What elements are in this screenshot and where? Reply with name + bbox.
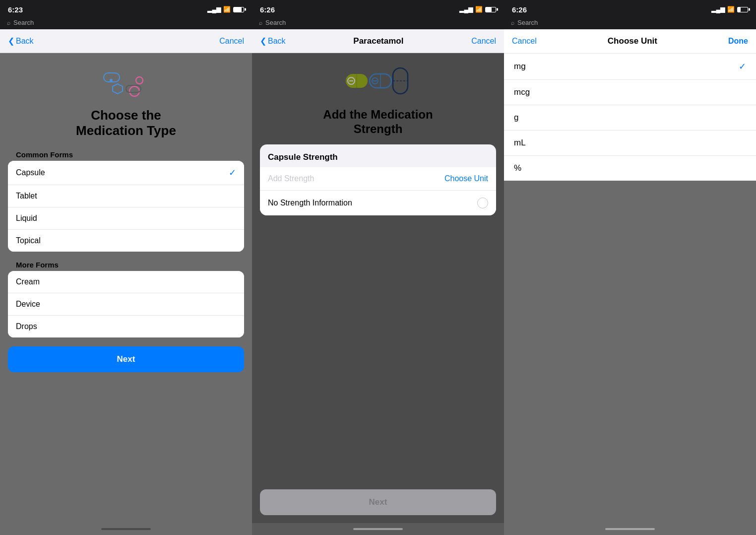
search-icon-1: ⌕ bbox=[7, 19, 10, 26]
picker-option-g[interactable]: g bbox=[504, 105, 756, 131]
battery-icon-3 bbox=[737, 7, 748, 12]
cream-label: Cream bbox=[16, 277, 40, 286]
svg-point-5 bbox=[110, 79, 113, 82]
medication-svg bbox=[99, 66, 153, 100]
no-strength-row[interactable]: No Strength Information bbox=[260, 191, 496, 215]
picker-option-mcg[interactable]: mcg bbox=[504, 80, 756, 105]
more-forms-header: More Forms bbox=[8, 257, 244, 271]
topical-label: Topical bbox=[16, 236, 41, 245]
phone-2: 6:26 ▂▄▆ 📶 ⌕ Search ❮ Back Paracetamol C… bbox=[252, 0, 504, 535]
list-item-cream[interactable]: Cream bbox=[8, 271, 244, 293]
status-icons-3: ▂▄▆ 📶 bbox=[711, 6, 748, 13]
strength-placeholder: Add Strength bbox=[268, 174, 314, 183]
back-label-1: Back bbox=[16, 37, 34, 46]
phone2-body: Add the Medication Strength Capsule Stre… bbox=[252, 53, 504, 523]
home-bar-3 bbox=[605, 528, 655, 530]
device-label: Device bbox=[16, 300, 40, 309]
list-item-liquid[interactable]: Liquid bbox=[8, 207, 244, 230]
medication-type-illustration bbox=[96, 63, 156, 103]
choose-unit-button[interactable]: Choose Unit bbox=[444, 174, 488, 183]
cancel-button-1[interactable]: Cancel bbox=[219, 37, 244, 46]
strength-input-row[interactable]: Add Strength Choose Unit bbox=[260, 167, 496, 191]
time-3: 6:26 bbox=[512, 5, 527, 14]
picker-option-ml[interactable]: mL bbox=[504, 131, 756, 156]
wifi-icon-2: 📶 bbox=[475, 6, 483, 13]
dim-overlay bbox=[252, 53, 504, 523]
home-indicator-3 bbox=[504, 523, 756, 535]
cancel-button-2[interactable]: Cancel bbox=[471, 37, 496, 46]
search-bar-3: ⌕ Search bbox=[504, 18, 756, 29]
page-title-line2: Medication Type bbox=[76, 123, 176, 138]
back-button-2[interactable]: ❮ Back bbox=[260, 36, 286, 46]
status-bar-2: 6:26 ▂▄▆ 📶 bbox=[252, 0, 504, 18]
phone-3: 6:26 ▂▄▆ 📶 ⌕ Search Cancel Choose Unit D… bbox=[504, 0, 756, 535]
home-indicator-1 bbox=[0, 523, 252, 535]
mg-checkmark: ✓ bbox=[739, 61, 746, 72]
time-2: 6:26 bbox=[260, 5, 275, 14]
list-item-topical[interactable]: Topical bbox=[8, 230, 244, 252]
back-button-1[interactable]: ❮ Back bbox=[8, 36, 34, 46]
svg-marker-3 bbox=[113, 84, 123, 94]
picker-option-percent[interactable]: % bbox=[504, 156, 756, 181]
search-label-1: Search bbox=[13, 19, 34, 26]
signal-icon-3: ▂▄▆ bbox=[711, 6, 725, 13]
picker-option-mg[interactable]: mg ✓ bbox=[504, 54, 756, 80]
cancel-label-2: Cancel bbox=[471, 37, 496, 46]
signal-icon-1: ▂▄▆ bbox=[207, 6, 221, 13]
nav-bar-1: ❮ Back Cancel bbox=[0, 29, 252, 53]
list-item-capsule[interactable]: Capsule ✓ bbox=[8, 161, 244, 185]
cancel-label-1: Cancel bbox=[219, 37, 244, 46]
next-button-1[interactable]: Next bbox=[8, 346, 244, 372]
list-item-tablet[interactable]: Tablet bbox=[8, 185, 244, 207]
option-ml-label: mL bbox=[514, 138, 526, 148]
option-mcg-label: mcg bbox=[514, 87, 530, 97]
option-mg-label: mg bbox=[514, 62, 526, 71]
option-percent-label: % bbox=[514, 163, 521, 173]
wifi-icon-3: 📶 bbox=[727, 6, 735, 13]
capsule-label: Capsule bbox=[16, 168, 45, 177]
chevron-left-icon-1: ❮ bbox=[8, 36, 14, 46]
home-indicator-2 bbox=[252, 523, 504, 535]
time-1: 6:23 bbox=[8, 5, 23, 14]
wifi-icon-1: 📶 bbox=[223, 6, 231, 13]
capsule-strength-modal: Capsule Strength Add Strength Choose Uni… bbox=[260, 144, 496, 215]
no-strength-radio[interactable] bbox=[477, 198, 488, 208]
liquid-label: Liquid bbox=[16, 214, 37, 223]
list-item-device[interactable]: Device bbox=[8, 293, 244, 316]
chevron-left-icon-2: ❮ bbox=[260, 36, 266, 46]
search-bar-2: ⌕ Search bbox=[252, 18, 504, 29]
nav-bar-2: ❮ Back Paracetamol Cancel bbox=[252, 29, 504, 53]
picker-title: Choose Unit bbox=[608, 36, 657, 46]
picker-nav: Cancel Choose Unit Done bbox=[504, 29, 756, 54]
search-icon-3: ⌕ bbox=[511, 19, 514, 26]
common-forms-header: Common Forms bbox=[8, 146, 244, 161]
phone1-body: Choose the Medication Type Common Forms … bbox=[0, 53, 252, 523]
status-bar-1: 6:23 ▂▄▆ 📶 bbox=[0, 0, 252, 18]
search-icon-2: ⌕ bbox=[259, 19, 262, 26]
common-forms-list: Capsule ✓ Tablet Liquid Topical bbox=[8, 161, 244, 252]
page-title-line1: Choose the bbox=[91, 108, 161, 123]
more-forms-list: Cream Device Drops bbox=[8, 271, 244, 337]
svg-point-4 bbox=[129, 86, 139, 96]
tablet-label: Tablet bbox=[16, 192, 37, 201]
nav-title-2: Paracetamol bbox=[353, 36, 403, 46]
battery-icon-2 bbox=[485, 7, 496, 12]
modal-header: Capsule Strength bbox=[260, 144, 496, 167]
list-item-drops[interactable]: Drops bbox=[8, 316, 244, 337]
signal-icon-2: ▂▄▆ bbox=[459, 6, 473, 13]
status-icons-2: ▂▄▆ 📶 bbox=[459, 6, 496, 13]
phone3-background bbox=[504, 181, 756, 523]
picker-cancel-button[interactable]: Cancel bbox=[512, 37, 537, 46]
search-label-2: Search bbox=[265, 19, 286, 26]
svg-point-1 bbox=[123, 71, 134, 79]
page-title-1: Choose the Medication Type bbox=[76, 108, 176, 138]
picker-done-button[interactable]: Done bbox=[728, 37, 748, 46]
status-icons-1: ▂▄▆ 📶 bbox=[207, 6, 244, 13]
status-bar-3: 6:26 ▂▄▆ 📶 bbox=[504, 0, 756, 18]
battery-icon-1 bbox=[233, 7, 244, 12]
search-bar-1: ⌕ Search bbox=[0, 18, 252, 29]
phone-1: 6:23 ▂▄▆ 📶 ⌕ Search ❮ Back Cancel bbox=[0, 0, 252, 535]
home-bar-2 bbox=[353, 528, 403, 530]
svg-point-2 bbox=[136, 77, 143, 84]
option-g-label: g bbox=[514, 113, 518, 123]
